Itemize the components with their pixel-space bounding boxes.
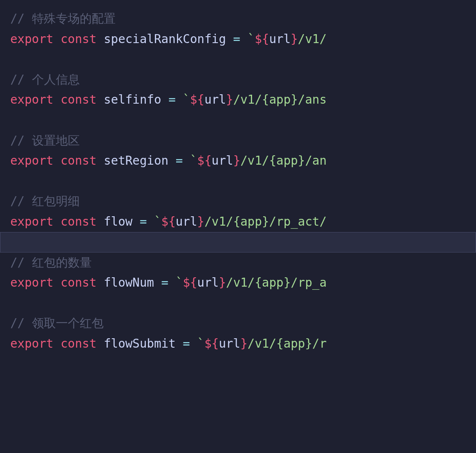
code-line-comment: // 个人信息 (10, 70, 476, 90)
identifier: setRegion (104, 154, 168, 168)
comment-text: // 特殊专场的配置 (10, 12, 116, 26)
operator-equals: = (168, 93, 176, 107)
code-line-declaration: export const setRegion = `${url}/v1/{app… (10, 151, 476, 171)
template-close: } (226, 93, 233, 107)
template-close: } (240, 337, 247, 351)
code-line-declaration: export const flow = `${url}/v1/{app}/rp_… (10, 212, 476, 232)
code-line-blank (10, 293, 476, 314)
template-var: url (197, 276, 219, 290)
template-close: } (219, 276, 226, 290)
identifier: flow (104, 215, 132, 229)
string-tail: /v1/{app}/r (247, 337, 326, 351)
keyword-export: export (10, 154, 53, 168)
operator-equals: = (183, 337, 190, 351)
comment-text: // 红包的数量 (10, 256, 92, 270)
template-var: url (204, 93, 226, 107)
operator-equals: = (161, 276, 168, 290)
string-tail: /v1/ (298, 32, 326, 46)
code-line-blank (10, 49, 476, 70)
code-line-comment: // 红包的数量 (10, 253, 476, 273)
backtick: ` (176, 276, 183, 290)
code-line-comment: // 红包明细 (10, 191, 476, 212)
identifier: selfinfo (104, 93, 161, 107)
template-var: url (269, 32, 291, 46)
template-open: ${ (190, 93, 204, 107)
string-tail: /v1/{app}/rp_act/ (204, 215, 327, 229)
code-line-comment: // 特殊专场的配置 (10, 9, 476, 29)
template-close: } (233, 154, 241, 168)
operator-equals: = (176, 154, 183, 168)
operator-equals: = (233, 32, 241, 46)
template-close: } (197, 215, 204, 229)
template-open: ${ (255, 32, 269, 46)
code-line-declaration: export const flowNum = `${url}/v1/{app}/… (10, 273, 476, 293)
string-tail: /v1/{app}/rp_a (226, 276, 327, 290)
backtick: ` (190, 154, 197, 168)
string-tail: /v1/{app}/an (240, 154, 326, 168)
backtick: ` (247, 32, 255, 46)
code-line-blank (10, 171, 476, 192)
keyword-export: export (10, 337, 53, 351)
template-open: ${ (183, 276, 197, 290)
operator-equals: = (139, 215, 147, 229)
keyword-const: const (61, 154, 96, 168)
keyword-const: const (61, 215, 96, 229)
code-line-comment: // 领取一个红包 (10, 313, 476, 334)
identifier: specialRankConfig (104, 32, 226, 46)
backtick: ` (154, 215, 161, 229)
template-var: url (219, 337, 241, 351)
keyword-const: const (61, 276, 96, 290)
code-line-highlighted[interactable] (0, 232, 476, 253)
template-open: ${ (197, 154, 212, 168)
code-line-comment: // 设置地区 (10, 131, 476, 151)
comment-text: // 个人信息 (10, 73, 80, 87)
code-line-declaration: export const flowSubmit = `${url}/v1/{ap… (10, 334, 476, 354)
code-editor[interactable]: // 特殊专场的配置 export const specialRankConfi… (10, 9, 476, 354)
identifier: flowSubmit (104, 337, 176, 351)
template-var: url (212, 154, 233, 168)
code-line-declaration: export const selfinfo = `${url}/v1/{app}… (10, 90, 476, 110)
keyword-const: const (61, 93, 96, 107)
comment-text: // 设置地区 (10, 134, 80, 148)
backtick: ` (197, 337, 204, 351)
code-line-blank (10, 110, 476, 131)
template-open: ${ (161, 215, 176, 229)
keyword-const: const (61, 32, 96, 46)
string-tail: /v1/{app}/ans (233, 93, 327, 107)
comment-text: // 红包明细 (10, 194, 80, 208)
template-var: url (176, 215, 197, 229)
keyword-export: export (10, 93, 53, 107)
template-open: ${ (204, 337, 219, 351)
keyword-export: export (10, 276, 53, 290)
comment-text: // 领取一个红包 (10, 316, 104, 330)
template-close: } (290, 32, 298, 46)
code-line-declaration: export const specialRankConfig = `${url}… (10, 29, 476, 49)
keyword-export: export (10, 32, 53, 46)
backtick: ` (183, 93, 190, 107)
keyword-const: const (61, 337, 96, 351)
identifier: flowNum (104, 276, 154, 290)
keyword-export: export (10, 215, 53, 229)
